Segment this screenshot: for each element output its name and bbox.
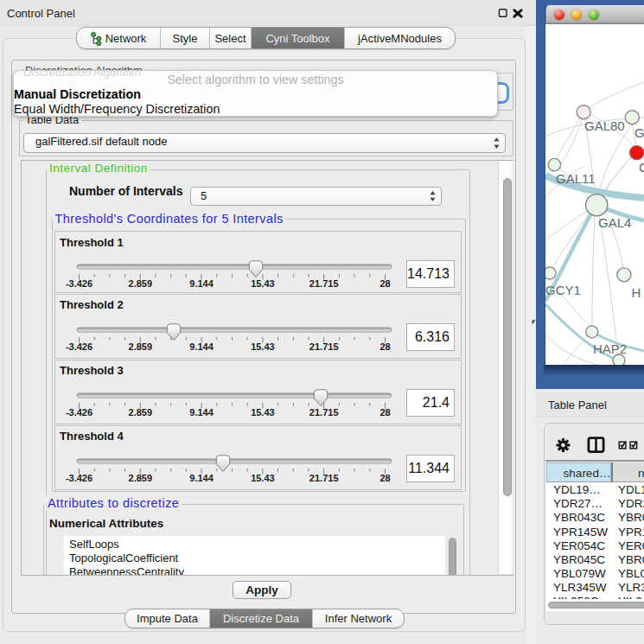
svg-text:C: C [639,160,644,175]
svg-text:GAL4: GAL4 [598,215,631,230]
svg-text:GCY1: GCY1 [545,283,581,297]
svg-text:GAL11: GAL11 [556,171,596,186]
svg-text:GAL80: GAL80 [584,118,625,133]
svg-text:H: H [632,285,641,300]
svg-text:HAP2: HAP2 [593,341,627,356]
svg-text:GAL4: GAL4 [634,125,644,140]
